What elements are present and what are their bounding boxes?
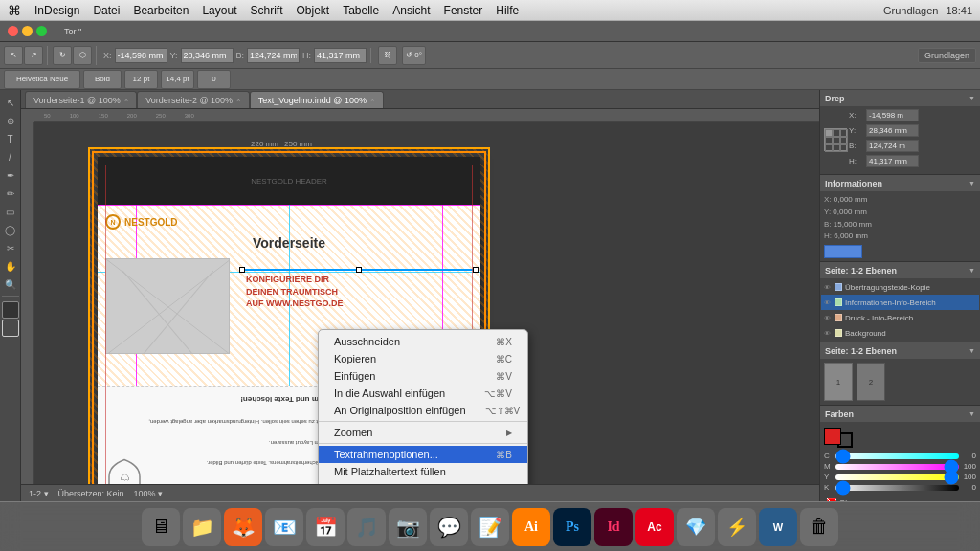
dock-firefox[interactable]: 🦊 [224, 508, 262, 546]
layers-panel-header[interactable]: Seite: 1-2 Ebenen ▼ [820, 262, 980, 278]
fill-color-box[interactable] [824, 428, 841, 445]
dock-writer[interactable]: W [759, 508, 797, 546]
constrain-btn[interactable]: ⛓ [378, 46, 397, 65]
transform-panel-header[interactable]: Drep ▼ [820, 90, 980, 106]
cm-textmodus[interactable]: Im Textmodus bearbeiten ⌘Y [319, 480, 527, 484]
tab-close-2[interactable]: × [236, 96, 241, 104]
cm-textrahmen[interactable]: Textrahmenoptionen... ⌘B [319, 446, 527, 463]
tool-zoom[interactable]: 🔍 [2, 276, 19, 293]
tool-scale[interactable]: ⬡ [73, 46, 92, 65]
tool-hand[interactable]: ✋ [2, 257, 19, 275]
cm-platzhalter[interactable]: Mit Platzhaltertext füllen [319, 463, 527, 480]
cm-kopieren[interactable]: Kopieren ⌘C [319, 350, 527, 367]
tool-line[interactable]: / [2, 148, 19, 165]
dock-code[interactable]: ⚡ [718, 508, 756, 546]
cm-original-pos[interactable]: An Originalposition einfügen ⌥⇧⌘V [319, 402, 527, 419]
tool-frame-rect[interactable]: ▭ [2, 203, 19, 220]
doc-view[interactable]: 50 100 150 200 250 300 250 mm 220 mm [21, 109, 819, 484]
dock-calendar[interactable]: 📅 [306, 508, 345, 546]
layer-2-eye[interactable]: 👁 [824, 299, 831, 306]
tab-text-vogelmo[interactable]: Text_Vogelmo.indd @ 100% × [250, 91, 384, 108]
font-size[interactable]: 12 pt [124, 70, 158, 89]
tab-close-3[interactable]: × [370, 96, 375, 104]
stroke-swatch[interactable] [2, 320, 19, 337]
menu-objekt[interactable]: Objekt [296, 4, 329, 17]
layer-row-2[interactable]: 👁 Informationen-Info-Bereich [821, 295, 979, 310]
id-menu-vorderseite[interactable]: Tor " [60, 25, 85, 38]
x-input[interactable] [115, 48, 167, 63]
font-style[interactable]: Bold [83, 70, 122, 89]
tool-scissors[interactable]: ✂ [2, 239, 19, 256]
tab-close-1[interactable]: × [124, 96, 129, 104]
page-indicator[interactable]: 1-2 ▾ [29, 489, 49, 498]
dock-photos[interactable]: 📷 [389, 508, 427, 546]
dock-indesign[interactable]: Id [594, 508, 633, 546]
menu-hilfe[interactable]: Hilfe [496, 4, 519, 17]
cm-zoomen[interactable]: Zoomen ▶ [319, 424, 527, 441]
page-thumb-1[interactable]: 1 [824, 363, 853, 401]
minimize-button[interactable] [22, 26, 33, 36]
fullscreen-button[interactable] [36, 26, 47, 36]
menu-bearbeiten[interactable]: Bearbeiten [133, 4, 189, 17]
menu-fenster[interactable]: Fenster [444, 4, 483, 17]
info-panel-header[interactable]: Informationen ▼ [820, 175, 980, 191]
tool-rotate[interactable]: ↻ [53, 46, 72, 65]
font-select[interactable]: Helvetica Neue [4, 70, 80, 89]
dock-finder[interactable]: 🖥 [142, 508, 180, 546]
tab-vorderseite1[interactable]: Vorderseite-1 @ 100% × [25, 91, 137, 108]
dock-folder[interactable]: 📁 [183, 508, 221, 546]
dock-acrobat[interactable]: Ac [635, 508, 674, 546]
b-width-input[interactable] [866, 140, 919, 152]
menu-schrift[interactable]: Schrift [250, 4, 282, 17]
context-menu[interactable]: Ausschneiden ⌘X Kopieren ⌘C Einfügen ⌘V … [318, 329, 528, 484]
dock-illustrator[interactable]: Ai [512, 508, 550, 546]
menu-datei[interactable]: Datei [93, 4, 120, 17]
apple-menu[interactable]: ⌘ [8, 3, 21, 18]
dock-photoshop[interactable]: Ps [553, 508, 591, 546]
dock-sketch[interactable]: 💎 [677, 508, 715, 546]
layer-4-eye[interactable]: 👁 [824, 330, 831, 337]
tool-text[interactable]: T [2, 130, 19, 147]
h-input[interactable] [314, 48, 367, 63]
dock-trash[interactable]: 🗑 [800, 508, 838, 546]
layer-3-eye[interactable]: 👁 [824, 315, 831, 321]
tool-pencil[interactable]: ✏ [2, 185, 19, 202]
layer-row-1[interactable]: 👁 Übertragungstexte-Kopie [821, 279, 979, 295]
tool-arrow[interactable]: ↖ [2, 94, 19, 111]
grundlagen-button[interactable]: Grundlagen [918, 48, 976, 63]
w-input[interactable] [247, 48, 300, 63]
farben-panel-header[interactable]: Farben ▼ [820, 406, 980, 422]
tool-pen[interactable]: ✒ [2, 166, 19, 184]
dock-music[interactable]: 🎵 [347, 508, 386, 546]
app-menu-indesign[interactable]: InDesign [34, 4, 79, 17]
cm-in-auswahl[interactable]: In die Auswahl einfügen ⌥⌘V [319, 385, 527, 402]
menu-tabelle[interactable]: Tabelle [343, 4, 379, 17]
fill-swatch[interactable] [2, 301, 19, 319]
layer-1-eye[interactable]: 👁 [824, 284, 831, 291]
tool-frame-ellipse[interactable]: ◯ [2, 221, 19, 238]
menu-layout[interactable]: Layout [202, 4, 236, 17]
cm-ausschneiden[interactable]: Ausschneiden ⌘X [319, 333, 527, 350]
ref-point-grid[interactable] [824, 128, 847, 151]
key-slider[interactable] [835, 485, 959, 491]
pages-panel-header[interactable]: Seite: 1-2 Ebenen ▼ [820, 342, 980, 359]
menu-ansicht[interactable]: Ansicht [392, 4, 430, 17]
y-input[interactable] [181, 48, 234, 63]
dock-notes[interactable]: 📝 [471, 508, 509, 546]
page-thumb-2[interactable]: 2 [857, 363, 885, 401]
tool-direct-select[interactable]: ↗ [24, 46, 43, 65]
close-button[interactable] [8, 26, 18, 36]
tool-gap[interactable]: ⊕ [2, 112, 19, 129]
tool-select[interactable]: ↖ [4, 46, 23, 65]
tab-vorderseite2[interactable]: Vorderseite-2 @ 100% × [137, 91, 249, 108]
tracking[interactable]: 0 [197, 70, 231, 89]
y-position-input[interactable] [866, 124, 919, 137]
leading[interactable]: 14,4 pt [161, 70, 194, 89]
x-position-input[interactable] [866, 109, 919, 121]
cm-einfuegen[interactable]: Einfügen ⌘V [319, 367, 527, 385]
layer-row-4[interactable]: 👁 Background [821, 325, 979, 341]
h-height-input[interactable] [866, 155, 919, 167]
dock-messages[interactable]: 💬 [430, 508, 468, 546]
rotate-field-btn[interactable]: ↺ 0° [402, 46, 426, 65]
dock-mail[interactable]: 📧 [265, 508, 303, 546]
